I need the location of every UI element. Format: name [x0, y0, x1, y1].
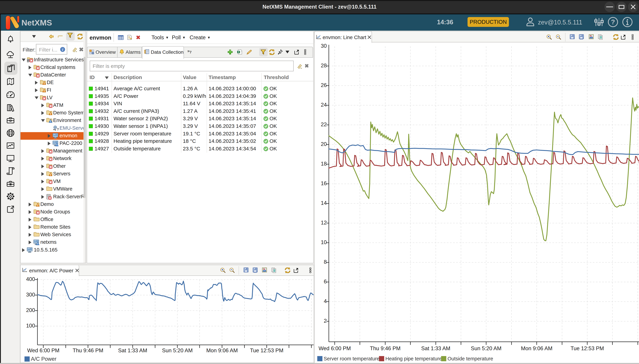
svg-text:X: X — [238, 51, 239, 53]
svg-text:?: ? — [611, 18, 615, 26]
svg-text:?: ? — [57, 128, 59, 131]
svg-text:a: a — [241, 50, 242, 52]
